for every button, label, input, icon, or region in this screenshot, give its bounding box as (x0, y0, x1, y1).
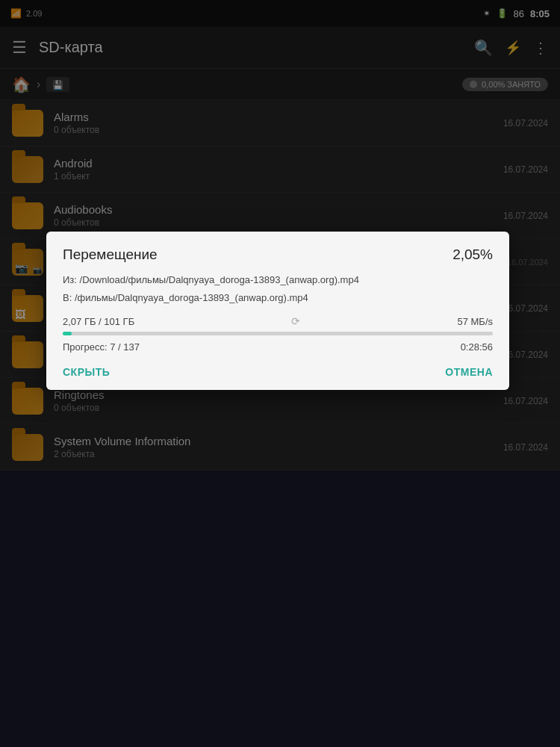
dialog-time: 0:28:56 (461, 341, 493, 353)
move-dialog: Перемещение 2,05% Из: /Download/фильмы/D… (46, 232, 509, 390)
dialog-size: 2,07 ГБ / 101 ГБ (63, 316, 134, 327)
progress-bar-fill (63, 332, 72, 335)
cancel-button[interactable]: ОТМЕНА (445, 366, 493, 378)
dialog-actions: СКРЫТЬ ОТМЕНА (63, 366, 493, 378)
progress-spinner-icon: ⟳ (291, 315, 300, 327)
dialog-percent: 2,05% (452, 247, 493, 263)
hide-button[interactable]: СКРЫТЬ (63, 366, 110, 378)
dialog-speed: 57 МБ/s (457, 316, 493, 327)
dialog-title: Перемещение (63, 247, 158, 263)
progress-bar-background (63, 332, 493, 335)
dialog-header: Перемещение 2,05% (63, 247, 493, 263)
dialog-from: Из: /Download/фильмы/Dalqnyaya_doroga-13… (63, 273, 493, 287)
dialog-size-row: 2,07 ГБ / 101 ГБ ⟳ 57 МБ/s (63, 315, 493, 327)
dialog-progress-text: Прогресс: 7 / 137 (63, 341, 140, 353)
dialog-to: В: /фильмы/Dalqnyaya_doroga-13893_(anwap… (63, 291, 493, 305)
dialog-progress-row: Прогресс: 7 / 137 0:28:56 (63, 341, 493, 353)
